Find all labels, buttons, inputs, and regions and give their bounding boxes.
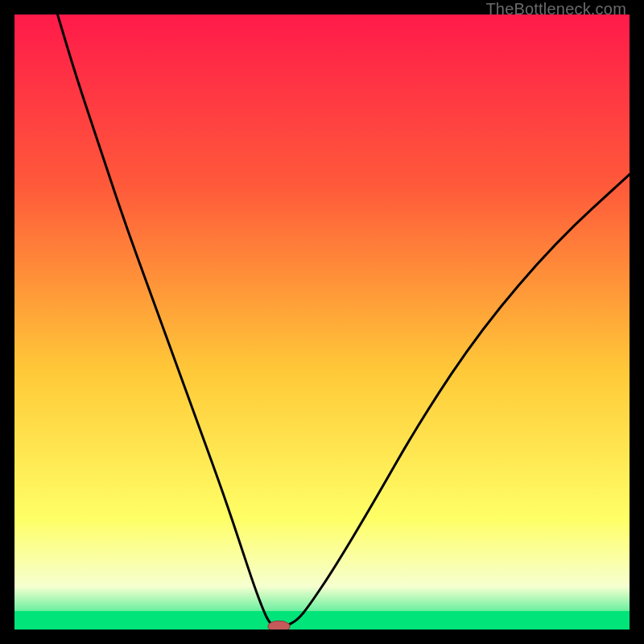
chart-frame xyxy=(14,14,630,630)
gradient-background xyxy=(14,14,630,630)
optimum-marker xyxy=(268,621,291,630)
watermark-text: TheBottleneck.com xyxy=(485,0,626,19)
bottleneck-chart xyxy=(14,14,630,630)
green-band xyxy=(14,611,630,630)
